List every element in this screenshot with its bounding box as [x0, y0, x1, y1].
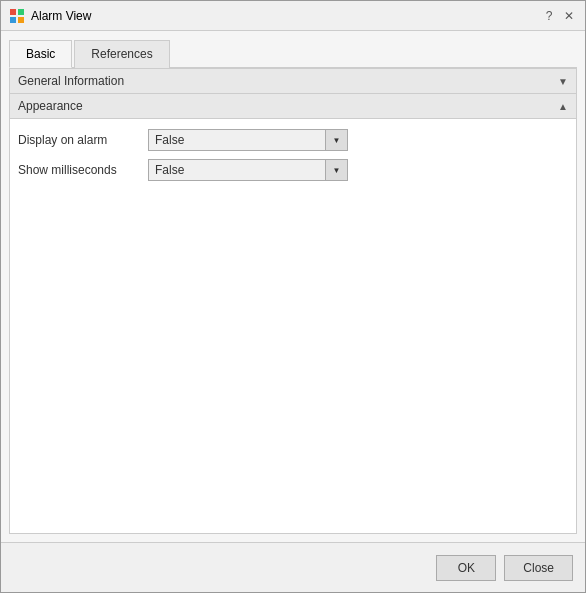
- display-on-alarm-value: False ▼: [148, 129, 568, 151]
- section-general-information-chevron: ▼: [558, 76, 568, 87]
- show-milliseconds-dropdown-value: False: [149, 163, 325, 177]
- display-on-alarm-dropdown[interactable]: False ▼: [148, 129, 348, 151]
- title-bar-controls: ? ✕: [541, 8, 577, 24]
- section-appearance-label: Appearance: [18, 99, 83, 113]
- svg-rect-1: [18, 9, 24, 15]
- ok-button[interactable]: OK: [436, 555, 496, 581]
- tab-references[interactable]: References: [74, 40, 169, 68]
- section-appearance[interactable]: Appearance ▲: [10, 94, 576, 119]
- window-icon: [9, 8, 25, 24]
- close-button[interactable]: Close: [504, 555, 573, 581]
- show-milliseconds-label: Show milliseconds: [18, 163, 148, 177]
- footer: OK Close: [1, 542, 585, 592]
- display-on-alarm-label: Display on alarm: [18, 133, 148, 147]
- tab-basic[interactable]: Basic: [9, 40, 72, 68]
- title-bar: Alarm View ? ✕: [1, 1, 585, 31]
- section-appearance-chevron: ▲: [558, 101, 568, 112]
- property-row-show-milliseconds: Show milliseconds False ▼: [10, 155, 576, 185]
- content-area: Basic References General Information ▼ A…: [1, 31, 585, 542]
- show-milliseconds-dropdown-arrow[interactable]: ▼: [325, 160, 347, 180]
- section-general-information[interactable]: General Information ▼: [10, 69, 576, 94]
- display-on-alarm-dropdown-value: False: [149, 133, 325, 147]
- panel-basic: General Information ▼ Appearance ▲ Displ…: [9, 68, 577, 534]
- svg-rect-0: [10, 9, 16, 15]
- tab-bar: Basic References: [9, 39, 577, 68]
- property-row-display-on-alarm: Display on alarm False ▼: [10, 125, 576, 155]
- alarm-view-window: Alarm View ? ✕ Basic References General …: [0, 0, 586, 593]
- help-button[interactable]: ?: [541, 8, 557, 24]
- show-milliseconds-value: False ▼: [148, 159, 568, 181]
- svg-rect-2: [10, 17, 16, 23]
- show-milliseconds-dropdown[interactable]: False ▼: [148, 159, 348, 181]
- close-window-button[interactable]: ✕: [561, 8, 577, 24]
- window-title: Alarm View: [31, 9, 541, 23]
- appearance-content: Display on alarm False ▼ Show millisecon…: [10, 119, 576, 191]
- svg-rect-3: [18, 17, 24, 23]
- section-general-information-label: General Information: [18, 74, 124, 88]
- display-on-alarm-dropdown-arrow[interactable]: ▼: [325, 130, 347, 150]
